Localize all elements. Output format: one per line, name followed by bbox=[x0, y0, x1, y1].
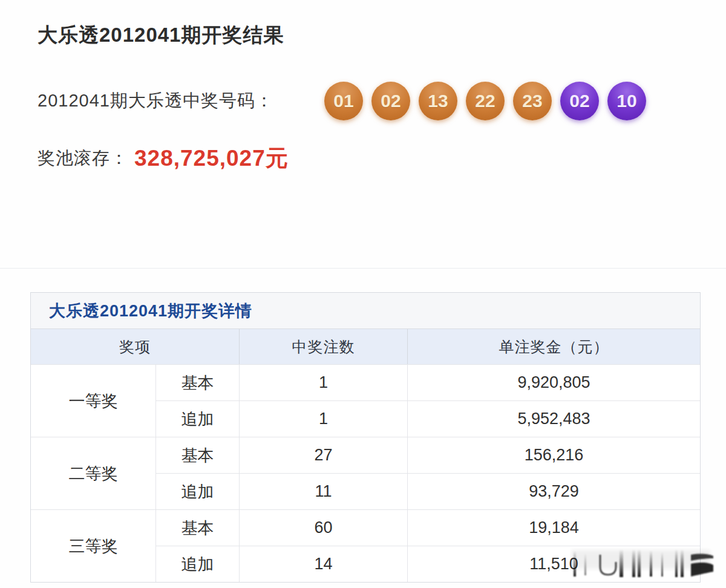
bet-count-cell: 1 bbox=[239, 364, 407, 400]
back-number-ball: 10 bbox=[607, 82, 646, 120]
bet-type-cell: 基本 bbox=[155, 437, 239, 473]
detail-table-title: 大乐透2012041期开奖详情 bbox=[31, 293, 700, 329]
detail-table-body: 一等奖 基本 1 9,920,805 追加 1 5,952,483 二等奖 基本… bbox=[31, 364, 700, 582]
prize-amount-cell: 93,729 bbox=[407, 473, 700, 509]
column-header-prize: 奖项 bbox=[31, 329, 239, 364]
bet-type-cell: 追加 bbox=[155, 400, 239, 437]
bet-type-cell: 基本 bbox=[155, 364, 239, 400]
prize-tier-label: 三等奖 bbox=[31, 509, 155, 582]
front-number-ball: 01 bbox=[324, 82, 363, 120]
bet-type-cell: 追加 bbox=[155, 473, 239, 509]
winning-numbers-label: 2012041期大乐透中奖号码： bbox=[38, 89, 273, 113]
prize-tier-label: 二等奖 bbox=[31, 437, 155, 509]
draw-detail-card: 大乐透2012041期开奖详情 奖项 中奖注数 单注奖金（元） 一等奖 基本 1… bbox=[30, 292, 701, 583]
front-number-ball: 23 bbox=[513, 82, 552, 120]
winning-numbers-row: 2012041期大乐透中奖号码： bbox=[38, 81, 273, 121]
column-header-count: 中奖注数 bbox=[239, 329, 407, 364]
prize-pool-row: 奖池滚存： 328,725,027元 bbox=[38, 144, 289, 173]
prize-amount-cell: 11,510 bbox=[407, 546, 700, 582]
bet-type-cell: 基本 bbox=[155, 509, 239, 546]
prize-pool-label: 奖池滚存： bbox=[38, 146, 128, 171]
detail-table-header: 奖项 中奖注数 单注奖金（元） bbox=[31, 329, 700, 364]
prize-amount-cell: 156,216 bbox=[407, 437, 700, 473]
front-number-ball: 22 bbox=[466, 82, 505, 120]
page-title: 大乐透2012041期开奖结果 bbox=[38, 22, 284, 49]
bet-count-cell: 11 bbox=[239, 473, 407, 509]
bet-count-cell: 1 bbox=[239, 400, 407, 437]
prize-amount-cell: 5,952,483 bbox=[407, 400, 700, 437]
prize-amount-cell: 19,184 bbox=[407, 509, 700, 546]
winning-number-balls: 01 02 13 22 23 02 10 bbox=[324, 81, 646, 121]
section-divider bbox=[0, 268, 726, 269]
back-number-ball: 02 bbox=[560, 82, 599, 120]
column-header-amount: 单注奖金（元） bbox=[407, 329, 700, 364]
front-number-ball: 13 bbox=[419, 82, 457, 120]
bet-count-cell: 60 bbox=[239, 509, 407, 546]
prize-amount-cell: 9,920,805 bbox=[407, 364, 700, 400]
lottery-result-page: 大乐透2012041期开奖结果 2012041期大乐透中奖号码： 01 02 1… bbox=[0, 0, 726, 588]
prize-tier-label: 一等奖 bbox=[31, 364, 155, 437]
bet-count-cell: 27 bbox=[239, 437, 407, 473]
bet-type-cell: 追加 bbox=[155, 546, 239, 582]
front-number-ball: 02 bbox=[371, 82, 410, 120]
bet-count-cell: 14 bbox=[239, 546, 407, 582]
prize-pool-amount: 328,725,027元 bbox=[134, 143, 289, 174]
